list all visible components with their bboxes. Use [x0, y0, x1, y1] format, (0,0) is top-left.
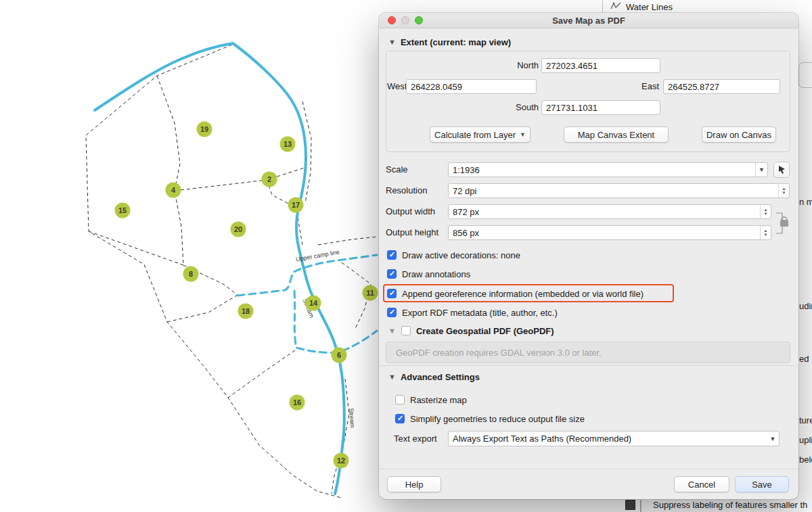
south-input[interactable]: [541, 100, 660, 115]
svg-text:6: 6: [337, 351, 341, 359]
clipped-panel-text: ed: [799, 354, 812, 365]
zoom-button[interactable]: [415, 16, 423, 24]
map-marker[interactable]: 12: [334, 453, 349, 469]
rasterize-row[interactable]: Rasterize map: [395, 392, 467, 407]
advanced-section-header[interactable]: ▼ Advanced Settings: [388, 370, 480, 383]
draw-annotations-checkbox[interactable]: [387, 269, 397, 279]
river-line: [95, 43, 344, 494]
minimize-button[interactable]: [401, 16, 409, 24]
chevron-down-icon[interactable]: ▼: [755, 163, 767, 177]
line-symbol-icon: [610, 1, 622, 13]
dialog-titlebar[interactable]: Save Map as PDF: [379, 13, 798, 28]
export-rdf-checkbox[interactable]: [387, 308, 397, 317]
draw-on-canvas-button[interactable]: Draw on Canvas: [702, 126, 776, 143]
scale-combobox[interactable]: 1:1936 ▼: [448, 162, 768, 177]
stepper-buttons[interactable]: ▲▼: [760, 205, 771, 218]
rasterize-label: Rasterize map: [410, 395, 467, 405]
draw-decorations-label: Draw active decorations: none: [402, 250, 520, 260]
west-input[interactable]: [406, 79, 537, 94]
create-geopdf-checkbox[interactable]: [401, 326, 411, 335]
color-swatch[interactable]: [625, 500, 635, 510]
append-georeference-checkbox[interactable]: [387, 289, 397, 298]
section-divider: [379, 365, 798, 366]
create-geopdf-row[interactable]: ▼ Create Geospatial PDF (GeoPDF): [388, 323, 554, 338]
layer-item-water-lines[interactable]: Water Lines: [610, 1, 673, 13]
map-marker[interactable]: 14: [306, 296, 321, 311]
simplify-checkbox[interactable]: [395, 414, 405, 423]
svg-text:8: 8: [189, 270, 193, 278]
draw-decorations-checkbox[interactable]: [387, 250, 397, 260]
text-export-dropdown[interactable]: Always Export Text as Paths (Recommended…: [448, 431, 780, 446]
export-rdf-row[interactable]: Export RDF metadata (title, author, etc.…: [387, 305, 558, 320]
svg-text:17: 17: [292, 201, 300, 209]
map-marker[interactable]: 16: [290, 395, 305, 411]
output-width-label: Output width: [386, 204, 435, 219]
output-height-label: Output height: [386, 225, 438, 240]
resolution-label: Resolution: [386, 183, 427, 198]
append-georeference-row[interactable]: Append georeference information (embedde…: [387, 286, 644, 301]
map-marker[interactable]: 6: [332, 348, 347, 363]
geopdf-note: GeoPDF creation requires GDAL version 3.…: [386, 342, 790, 363]
pick-scale-from-map-button[interactable]: [773, 162, 790, 178]
footer-divider: [379, 469, 798, 469]
north-label: North: [484, 58, 539, 73]
output-width-value: 872 px: [449, 207, 760, 217]
map-marker[interactable]: 17: [288, 197, 304, 213]
map-marker[interactable]: 13: [280, 137, 296, 152]
simplify-label: Simplify geometries to reduce output fil…: [410, 414, 585, 424]
svg-text:16: 16: [293, 398, 301, 406]
output-width-spinbox[interactable]: 872 px ▲▼: [448, 204, 771, 219]
east-label: East: [624, 79, 659, 94]
cancel-button[interactable]: Cancel: [674, 476, 729, 492]
clipped-panel-button: [798, 62, 812, 88]
svg-text:19: 19: [200, 125, 208, 133]
clipped-panel-text: bele: [799, 455, 812, 465]
simplify-row[interactable]: Simplify geometries to reduce output fil…: [395, 411, 585, 426]
svg-text:18: 18: [242, 307, 250, 315]
advanced-section-title: Advanced Settings: [401, 372, 480, 382]
create-geopdf-label: Create Geospatial PDF (GeoPDF): [416, 326, 554, 336]
map-marker[interactable]: 4: [166, 183, 181, 198]
rasterize-checkbox[interactable]: [395, 395, 405, 404]
save-map-as-pdf-dialog: Save Map as PDF ▼ Extent (current: map v…: [379, 13, 798, 499]
map-canvas-extent-button[interactable]: Map Canvas Extent: [564, 126, 669, 143]
chevron-down-icon[interactable]: ▼: [767, 432, 779, 446]
text-export-label: Text export: [394, 432, 437, 446]
map-marker[interactable]: 20: [231, 222, 246, 237]
close-button[interactable]: [388, 16, 396, 24]
resolution-spinbox[interactable]: 72 dpi ▲▼: [448, 183, 790, 198]
map-marker[interactable]: 18: [238, 304, 254, 319]
extent-section-header[interactable]: ▼ Extent (current: map view): [388, 35, 511, 49]
clipped-panel-text: upli: [799, 435, 812, 446]
svg-text:20: 20: [234, 225, 242, 233]
north-input[interactable]: [541, 58, 660, 73]
append-georeference-label: Append georeference information (embedde…: [402, 289, 644, 299]
help-button[interactable]: Help: [387, 476, 441, 492]
resolution-value: 72 dpi: [449, 186, 778, 196]
lock-aspect-ratio-icon[interactable]: [775, 210, 789, 239]
cursor-icon: [777, 165, 786, 174]
east-input[interactable]: [663, 79, 780, 94]
draw-annotations-row[interactable]: Draw annotations: [387, 266, 470, 281]
layer-label: Water Lines: [626, 2, 673, 12]
map-marker[interactable]: 15: [115, 203, 131, 218]
chevron-down-icon[interactable]: ▼: [388, 327, 396, 335]
svg-text:14: 14: [309, 299, 318, 307]
export-rdf-label: Export RDF metadata (title, author, etc.…: [402, 308, 558, 318]
map-marker[interactable]: 8: [183, 266, 199, 282]
chevron-down-icon[interactable]: ▼: [388, 373, 396, 381]
stepper-buttons[interactable]: ▲▼: [760, 226, 771, 239]
svg-text:11: 11: [366, 289, 374, 297]
map-marker[interactable]: 2: [262, 172, 277, 187]
stepper-buttons[interactable]: ▲▼: [778, 184, 789, 197]
suppress-labeling-checkbox[interactable]: [640, 500, 641, 512]
clipped-panel-text: ture: [799, 415, 812, 426]
chevron-down-icon[interactable]: ▼: [388, 39, 396, 46]
map-marker[interactable]: 11: [363, 285, 378, 301]
map-marker[interactable]: 19: [197, 122, 212, 137]
calculate-from-layer-button[interactable]: Calculate from Layer▼: [430, 126, 531, 143]
draw-decorations-row[interactable]: Draw active decorations: none: [387, 248, 520, 262]
south-label: South: [484, 100, 539, 115]
save-button[interactable]: Save: [735, 476, 789, 492]
output-height-spinbox[interactable]: 856 px ▲▼: [448, 225, 771, 240]
